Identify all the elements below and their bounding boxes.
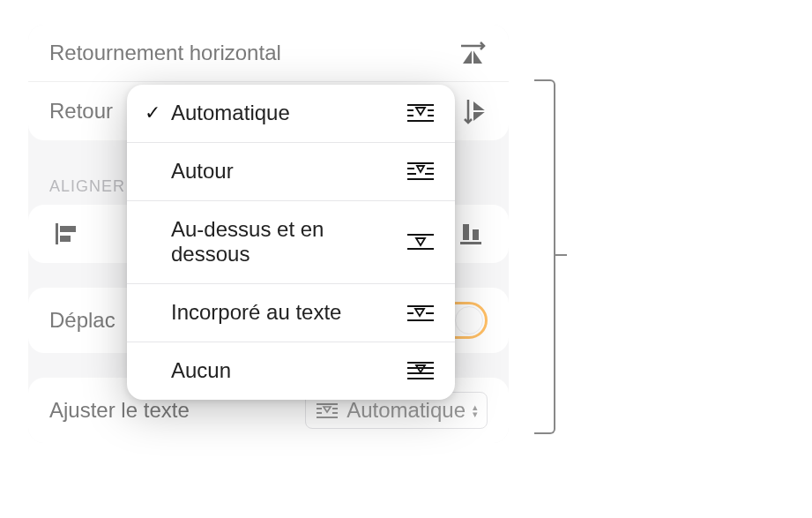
wrap-option-label: Autour — [171, 159, 397, 184]
align-left-button[interactable] — [49, 217, 83, 251]
svg-rect-6 — [463, 224, 469, 240]
wrap-none-icon — [406, 359, 436, 382]
chevron-up-down-icon: ▴▾ — [473, 403, 478, 417]
wrap-option-label: Aucun — [171, 358, 397, 384]
wrap-text-value: Automatique — [346, 398, 466, 423]
checkmark-icon: ✓ — [143, 101, 162, 124]
wrap-option-none[interactable]: Aucun — [127, 342, 455, 400]
flip-horizontal-row[interactable]: Retournement horizontal — [28, 25, 509, 82]
toggle-knob — [455, 306, 483, 334]
align-bottom-button[interactable] — [454, 217, 488, 251]
flip-horizontal-label: Retournement horizontal — [49, 41, 281, 65]
wrap-text-popover: ✓ Automatique Autour — [127, 85, 455, 400]
wrap-option-label: Au-dessus et en dessous — [171, 217, 397, 268]
flip-vertical-icon — [463, 98, 488, 124]
svg-rect-5 — [460, 242, 481, 244]
wrap-auto-icon — [406, 101, 436, 124]
wrap-option-label: Incorporé au texte — [171, 300, 397, 326]
move-with-text-label: Déplac — [49, 308, 115, 333]
wrap-above-below-icon — [406, 230, 436, 253]
wrap-option-automatic[interactable]: ✓ Automatique — [127, 85, 455, 143]
svg-rect-1 — [473, 110, 487, 112]
svg-rect-0 — [472, 49, 473, 64]
svg-rect-4 — [60, 236, 71, 242]
wrap-auto-icon — [315, 402, 339, 419]
wrap-option-around[interactable]: Autour — [127, 143, 455, 201]
svg-rect-7 — [473, 229, 479, 240]
svg-rect-3 — [60, 226, 76, 232]
wrap-around-icon — [406, 160, 436, 183]
wrap-inline-icon — [406, 302, 436, 325]
flip-horizontal-icon — [458, 41, 488, 65]
flip-vertical-label: Retour — [49, 99, 113, 124]
wrap-option-label: Automatique — [171, 101, 397, 126]
wrap-text-label: Ajuster le texte — [49, 398, 190, 423]
wrap-option-above-below[interactable]: Au-dessus et en dessous — [127, 201, 455, 285]
annotation-bracket — [534, 79, 555, 434]
annotation-bracket-nub — [555, 254, 567, 256]
svg-rect-2 — [56, 223, 58, 244]
wrap-option-inline[interactable]: Incorporé au texte — [127, 284, 455, 342]
